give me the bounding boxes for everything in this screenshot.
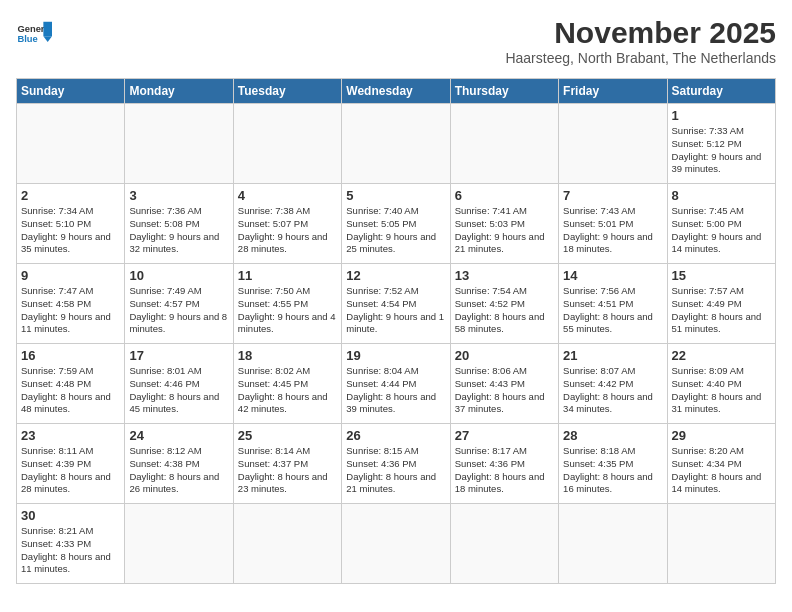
day-info: Sunrise: 7:57 AM Sunset: 4:49 PM Dayligh… [672, 285, 771, 336]
weekday-header-wednesday: Wednesday [342, 79, 450, 104]
calendar-cell [342, 104, 450, 184]
day-info: Sunrise: 8:01 AM Sunset: 4:46 PM Dayligh… [129, 365, 228, 416]
calendar-cell: 30Sunrise: 8:21 AM Sunset: 4:33 PM Dayli… [17, 504, 125, 584]
day-number: 28 [563, 428, 662, 443]
calendar-cell [450, 104, 558, 184]
calendar-cell: 24Sunrise: 8:12 AM Sunset: 4:38 PM Dayli… [125, 424, 233, 504]
calendar-cell [125, 504, 233, 584]
calendar-cell: 1Sunrise: 7:33 AM Sunset: 5:12 PM Daylig… [667, 104, 775, 184]
calendar-week-3: 9Sunrise: 7:47 AM Sunset: 4:58 PM Daylig… [17, 264, 776, 344]
day-number: 21 [563, 348, 662, 363]
calendar-cell [559, 104, 667, 184]
calendar-cell: 11Sunrise: 7:50 AM Sunset: 4:55 PM Dayli… [233, 264, 341, 344]
svg-marker-2 [43, 22, 52, 36]
calendar-week-6: 30Sunrise: 8:21 AM Sunset: 4:33 PM Dayli… [17, 504, 776, 584]
day-number: 18 [238, 348, 337, 363]
day-number: 1 [672, 108, 771, 123]
page-header: General Blue November 2025 Haarsteeg, No… [16, 16, 776, 66]
day-info: Sunrise: 7:33 AM Sunset: 5:12 PM Dayligh… [672, 125, 771, 176]
day-info: Sunrise: 8:07 AM Sunset: 4:42 PM Dayligh… [563, 365, 662, 416]
calendar-week-4: 16Sunrise: 7:59 AM Sunset: 4:48 PM Dayli… [17, 344, 776, 424]
day-info: Sunrise: 7:41 AM Sunset: 5:03 PM Dayligh… [455, 205, 554, 256]
calendar-cell: 29Sunrise: 8:20 AM Sunset: 4:34 PM Dayli… [667, 424, 775, 504]
calendar-cell: 10Sunrise: 7:49 AM Sunset: 4:57 PM Dayli… [125, 264, 233, 344]
day-number: 19 [346, 348, 445, 363]
day-number: 17 [129, 348, 228, 363]
calendar-cell: 23Sunrise: 8:11 AM Sunset: 4:39 PM Dayli… [17, 424, 125, 504]
calendar-cell: 26Sunrise: 8:15 AM Sunset: 4:36 PM Dayli… [342, 424, 450, 504]
day-number: 24 [129, 428, 228, 443]
calendar-cell: 6Sunrise: 7:41 AM Sunset: 5:03 PM Daylig… [450, 184, 558, 264]
weekday-header-thursday: Thursday [450, 79, 558, 104]
day-number: 15 [672, 268, 771, 283]
weekday-header-row: SundayMondayTuesdayWednesdayThursdayFrid… [17, 79, 776, 104]
day-number: 29 [672, 428, 771, 443]
day-number: 23 [21, 428, 120, 443]
calendar-cell [450, 504, 558, 584]
calendar-week-2: 2Sunrise: 7:34 AM Sunset: 5:10 PM Daylig… [17, 184, 776, 264]
day-number: 6 [455, 188, 554, 203]
day-number: 22 [672, 348, 771, 363]
day-info: Sunrise: 8:11 AM Sunset: 4:39 PM Dayligh… [21, 445, 120, 496]
day-info: Sunrise: 8:18 AM Sunset: 4:35 PM Dayligh… [563, 445, 662, 496]
calendar-cell: 5Sunrise: 7:40 AM Sunset: 5:05 PM Daylig… [342, 184, 450, 264]
calendar-cell [342, 504, 450, 584]
day-info: Sunrise: 7:59 AM Sunset: 4:48 PM Dayligh… [21, 365, 120, 416]
day-info: Sunrise: 8:12 AM Sunset: 4:38 PM Dayligh… [129, 445, 228, 496]
day-info: Sunrise: 7:36 AM Sunset: 5:08 PM Dayligh… [129, 205, 228, 256]
calendar-cell: 3Sunrise: 7:36 AM Sunset: 5:08 PM Daylig… [125, 184, 233, 264]
day-info: Sunrise: 8:17 AM Sunset: 4:36 PM Dayligh… [455, 445, 554, 496]
calendar-cell: 14Sunrise: 7:56 AM Sunset: 4:51 PM Dayli… [559, 264, 667, 344]
day-info: Sunrise: 8:14 AM Sunset: 4:37 PM Dayligh… [238, 445, 337, 496]
calendar-cell [233, 504, 341, 584]
day-info: Sunrise: 7:49 AM Sunset: 4:57 PM Dayligh… [129, 285, 228, 336]
day-info: Sunrise: 8:02 AM Sunset: 4:45 PM Dayligh… [238, 365, 337, 416]
day-info: Sunrise: 8:21 AM Sunset: 4:33 PM Dayligh… [21, 525, 120, 576]
logo-icon: General Blue [16, 16, 52, 52]
day-number: 9 [21, 268, 120, 283]
calendar-week-5: 23Sunrise: 8:11 AM Sunset: 4:39 PM Dayli… [17, 424, 776, 504]
day-info: Sunrise: 7:52 AM Sunset: 4:54 PM Dayligh… [346, 285, 445, 336]
day-number: 26 [346, 428, 445, 443]
day-info: Sunrise: 7:47 AM Sunset: 4:58 PM Dayligh… [21, 285, 120, 336]
weekday-header-saturday: Saturday [667, 79, 775, 104]
day-info: Sunrise: 7:54 AM Sunset: 4:52 PM Dayligh… [455, 285, 554, 336]
title-block: November 2025 Haarsteeg, North Brabant, … [505, 16, 776, 66]
day-number: 14 [563, 268, 662, 283]
calendar-cell: 12Sunrise: 7:52 AM Sunset: 4:54 PM Dayli… [342, 264, 450, 344]
calendar-cell: 17Sunrise: 8:01 AM Sunset: 4:46 PM Dayli… [125, 344, 233, 424]
logo: General Blue [16, 16, 52, 52]
day-info: Sunrise: 8:06 AM Sunset: 4:43 PM Dayligh… [455, 365, 554, 416]
calendar-cell [233, 104, 341, 184]
calendar-cell [17, 104, 125, 184]
calendar-cell: 18Sunrise: 8:02 AM Sunset: 4:45 PM Dayli… [233, 344, 341, 424]
calendar-cell: 20Sunrise: 8:06 AM Sunset: 4:43 PM Dayli… [450, 344, 558, 424]
day-info: Sunrise: 7:40 AM Sunset: 5:05 PM Dayligh… [346, 205, 445, 256]
weekday-header-monday: Monday [125, 79, 233, 104]
day-info: Sunrise: 8:09 AM Sunset: 4:40 PM Dayligh… [672, 365, 771, 416]
day-info: Sunrise: 7:34 AM Sunset: 5:10 PM Dayligh… [21, 205, 120, 256]
calendar-cell: 15Sunrise: 7:57 AM Sunset: 4:49 PM Dayli… [667, 264, 775, 344]
day-number: 3 [129, 188, 228, 203]
day-info: Sunrise: 7:50 AM Sunset: 4:55 PM Dayligh… [238, 285, 337, 336]
calendar-cell: 13Sunrise: 7:54 AM Sunset: 4:52 PM Dayli… [450, 264, 558, 344]
calendar-cell: 7Sunrise: 7:43 AM Sunset: 5:01 PM Daylig… [559, 184, 667, 264]
day-number: 5 [346, 188, 445, 203]
weekday-header-tuesday: Tuesday [233, 79, 341, 104]
day-number: 10 [129, 268, 228, 283]
day-number: 30 [21, 508, 120, 523]
calendar-cell: 21Sunrise: 8:07 AM Sunset: 4:42 PM Dayli… [559, 344, 667, 424]
calendar-cell: 19Sunrise: 8:04 AM Sunset: 4:44 PM Dayli… [342, 344, 450, 424]
calendar-cell [667, 504, 775, 584]
calendar-cell [125, 104, 233, 184]
calendar-cell: 16Sunrise: 7:59 AM Sunset: 4:48 PM Dayli… [17, 344, 125, 424]
calendar-table: SundayMondayTuesdayWednesdayThursdayFrid… [16, 78, 776, 584]
day-number: 27 [455, 428, 554, 443]
calendar-cell: 22Sunrise: 8:09 AM Sunset: 4:40 PM Dayli… [667, 344, 775, 424]
day-info: Sunrise: 7:56 AM Sunset: 4:51 PM Dayligh… [563, 285, 662, 336]
day-number: 16 [21, 348, 120, 363]
month-title: November 2025 [505, 16, 776, 50]
weekday-header-sunday: Sunday [17, 79, 125, 104]
day-info: Sunrise: 7:45 AM Sunset: 5:00 PM Dayligh… [672, 205, 771, 256]
day-number: 25 [238, 428, 337, 443]
